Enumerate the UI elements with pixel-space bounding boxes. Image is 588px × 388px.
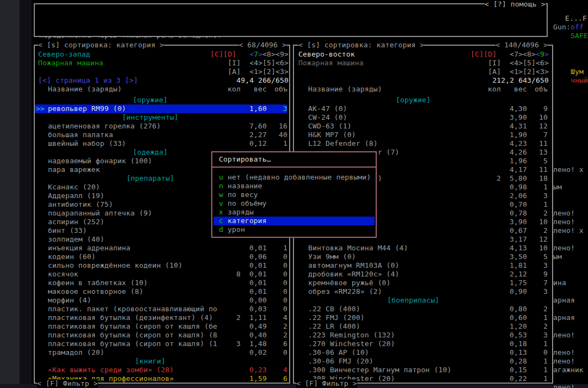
- item-name[interactable]: L12 Defender (8): [308, 139, 378, 148]
- item-name[interactable]: ацетиленовая горелка (276): [48, 122, 161, 131]
- sort-option[interactable]: по объёму: [228, 199, 267, 208]
- square-key: <7><8>: [510, 50, 536, 58]
- square-grid-row[interactable]: [I] <4>[5]<6>: [488, 59, 549, 67]
- square-key: 9: [540, 50, 544, 58]
- item-count: 2: [236, 313, 241, 322]
- square-key: >: [258, 50, 262, 58]
- item-name[interactable]: .270 Winchester (20): [308, 340, 395, 348]
- item-name[interactable]: обрез «RM228» (2): [308, 287, 382, 296]
- item-name[interactable]: дробовик «RM120c» (4): [308, 270, 400, 279]
- item-weight: 7,60: [249, 122, 267, 131]
- item-volume: 2: [543, 305, 548, 313]
- sort-option[interactable]: по весу: [228, 190, 258, 199]
- item-name[interactable]: аспирин (252): [48, 218, 105, 226]
- item-name[interactable]: автомагнум RM103A (0): [308, 261, 400, 270]
- item-name[interactable]: трамадол (20): [48, 348, 105, 357]
- page-indicator[interactable]: [<] страница 1 из 3 [>]: [38, 76, 138, 85]
- item-count: 8: [236, 270, 241, 279]
- item-name[interactable]: .223 Remington (132): [308, 331, 395, 340]
- sort-option[interactable]: категория: [228, 217, 267, 225]
- clipped-log-fragment: лено!: [553, 209, 575, 218]
- item-name[interactable]: пластиковая бутылка (дезинфектант) (4): [48, 313, 213, 322]
- item-weight: 2,12: [510, 270, 527, 279]
- sort-option[interactable]: урон: [228, 225, 245, 234]
- item-name[interactable]: швейный набор (33): [48, 139, 126, 148]
- square-grid-row[interactable]: [A] <1>[2]<3>: [228, 67, 289, 76]
- item-name[interactable]: инъекция адреналина: [48, 244, 131, 252]
- item-name[interactable]: пара варежек: [48, 165, 100, 174]
- item-name[interactable]: пластик. пакет (кровоостанавливающий по: [48, 305, 217, 313]
- sort-option[interactable]: нет (недавно добавленные первыми): [228, 173, 371, 182]
- square-grid-row[interactable]: [I] <4>[5]<6>: [228, 59, 289, 67]
- item-volume: 0: [543, 348, 548, 357]
- sort-mode-label[interactable]: < [s] сортировка: категория >: [38, 41, 164, 50]
- item-name[interactable]: «Как выжить среди зомби» (28): [48, 366, 174, 374]
- filter-label[interactable]: < [F] Фильтр >: [296, 379, 357, 388]
- filter-label[interactable]: < [F] Фильтр >: [37, 379, 98, 388]
- category-header: [оружие]: [36, 96, 265, 104]
- location-name: Северо-восток: [298, 50, 355, 59]
- item-name[interactable]: Ксанакс (20): [48, 183, 100, 192]
- item-name[interactable]: Винтовка Мосина M44 (4): [308, 244, 408, 252]
- item-name[interactable]: антибиотик (75): [48, 200, 113, 209]
- help-label[interactable]: < [?] помощь >: [485, 0, 546, 9]
- item-weight: 0,01: [249, 261, 267, 270]
- item-name[interactable]: морфин (4): [48, 296, 91, 305]
- sort-option-hotkey: c: [219, 217, 223, 225]
- item-name[interactable]: H&K MP7 (0): [308, 131, 356, 139]
- item-name[interactable]: револьвер RM99 (0): [48, 104, 126, 113]
- item-name[interactable]: поцарапанный аптечка (9): [48, 209, 152, 218]
- item-weight: 1,48: [249, 340, 267, 348]
- item-weight: 0,28: [510, 357, 527, 366]
- sort-option-hotkey: u: [219, 173, 223, 182]
- item-name[interactable]: кофеин в таблетках (10): [48, 279, 148, 287]
- sort-popup: Сортировать… uнет (недавно добавленные п…: [211, 151, 377, 238]
- item-weight: 1,11: [249, 313, 267, 322]
- category-header: [оружие]: [296, 96, 530, 104]
- item-name[interactable]: золпидем (40): [48, 235, 105, 244]
- item-name[interactable]: Аддералл (19): [48, 192, 105, 200]
- item-name[interactable]: маковое снотворное (8): [48, 287, 144, 296]
- sort-option[interactable]: заряды: [228, 208, 254, 217]
- clipped-log-fragment: лено!: [553, 244, 575, 252]
- item-name[interactable]: косячок: [48, 270, 78, 279]
- item-name[interactable]: .30-06 AP (10): [308, 348, 369, 357]
- item-name[interactable]: .22 FMJ (200): [308, 313, 365, 322]
- item-weight: 1,59: [249, 374, 267, 383]
- item-name[interactable]: .22 CB (400): [308, 305, 360, 313]
- square-grid-row[interactable]: [C][D] <7><8><9>: [210, 50, 289, 59]
- item-weight: 2,27: [249, 131, 267, 139]
- item-volume: 3: [543, 192, 548, 200]
- item-name[interactable]: сильно повреждённое кодеин (10): [48, 261, 182, 270]
- square-grid-row[interactable]: [C][D] <7><8><9>: [470, 50, 549, 59]
- item-volume: 0: [283, 261, 287, 270]
- item-name[interactable]: AK-47 (0): [308, 104, 347, 113]
- message-log-box: [34, 3, 548, 37]
- column-header-name: Название (заряды): [308, 85, 382, 94]
- item-name[interactable]: надеваемый фонарик (100): [48, 157, 152, 165]
- item-name[interactable]: .30-06 FMJ (20): [308, 357, 373, 366]
- fuel-gauge: E...F: [565, 14, 587, 23]
- item-name[interactable]: Узи 9мм (0): [308, 252, 356, 261]
- item-name[interactable]: большая палатка: [48, 131, 113, 139]
- square-grid-row[interactable]: [A] <1>[2]<3>: [488, 67, 549, 76]
- category-header: [инструменты]: [36, 113, 265, 122]
- item-name[interactable]: пластиковая бутылка (сироп от кашля (бе: [48, 322, 217, 331]
- square-key: [A] <1>[2]<3>: [228, 67, 289, 76]
- item-name[interactable]: .22 LR (400): [308, 322, 360, 331]
- item-name[interactable]: CWD-63 (1): [308, 122, 352, 131]
- item-weight: 0,67: [510, 226, 527, 235]
- item-name[interactable]: кодеин (60): [48, 252, 96, 261]
- clipped-log-fragment: ым: [553, 252, 562, 261]
- item-volume: 12: [539, 235, 548, 244]
- sort-option[interactable]: название: [228, 182, 262, 190]
- item-name[interactable]: CW-24 (0): [308, 113, 347, 122]
- item-name[interactable]: бинт (33): [48, 226, 87, 235]
- sort-mode-label[interactable]: < [s] сортировка: категория >: [298, 41, 424, 50]
- item-name[interactable]: кремнёвое ружьё (0): [308, 279, 391, 287]
- item-count: 3: [236, 340, 241, 348]
- item-name[interactable]: .300 Винчестер Магнум патрон (10): [308, 366, 451, 374]
- item-name[interactable]: пластиковая бутылка (сироп от кашля) (1: [48, 340, 217, 348]
- item-name[interactable]: пластиковая бутылка (сироп от кашля) (8: [48, 331, 217, 340]
- column-header: объ: [535, 85, 548, 94]
